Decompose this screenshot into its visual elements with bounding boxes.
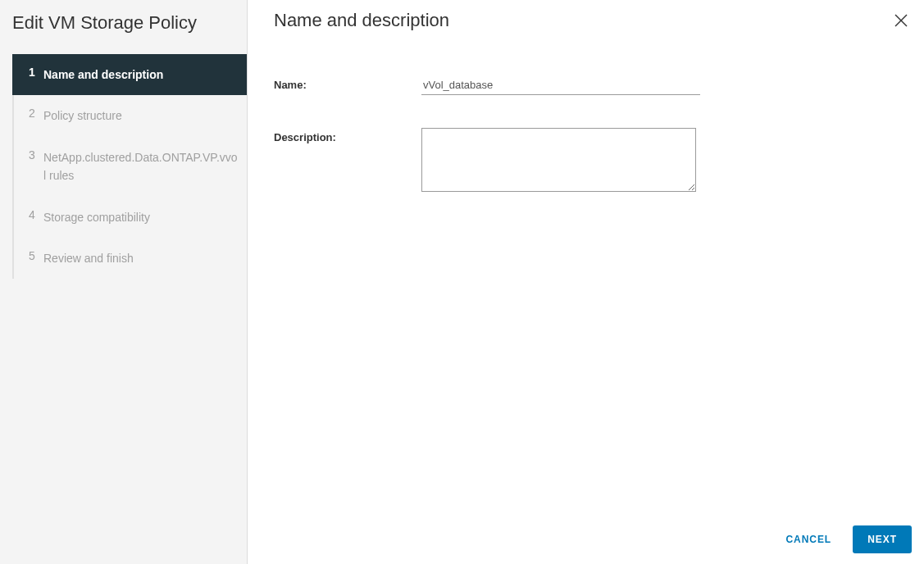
- wizard-title: Edit VM Storage Policy: [0, 12, 247, 54]
- step-name-and-description[interactable]: 1 Name and description: [12, 54, 247, 95]
- step-storage-compatibility[interactable]: 4 Storage compatibility: [14, 197, 247, 238]
- close-icon[interactable]: [890, 10, 912, 34]
- step-policy-structure[interactable]: 2 Policy structure: [14, 95, 247, 136]
- step-label: NetApp.clustered.Data.ONTAP.VP.vvol rule…: [43, 148, 239, 185]
- step-number: 3: [29, 148, 43, 161]
- step-list: 1 Name and description 2 Policy structur…: [12, 54, 247, 279]
- step-label: Review and finish: [43, 249, 239, 267]
- step-number: 1: [29, 66, 43, 79]
- wizard-footer: CANCEL NEXT: [248, 515, 924, 564]
- close-icon-svg: [894, 13, 908, 28]
- wizard-sidebar: Edit VM Storage Policy 1 Name and descri…: [0, 0, 248, 564]
- name-input[interactable]: [421, 75, 700, 95]
- step-number: 4: [29, 208, 43, 221]
- next-button[interactable]: NEXT: [853, 525, 912, 553]
- wizard-main-panel: Name and description Name: Description: …: [248, 0, 924, 564]
- step-netapp-rules[interactable]: 3 NetApp.clustered.Data.ONTAP.VP.vvol ru…: [14, 137, 247, 197]
- name-label: Name:: [274, 75, 421, 91]
- panel-header: Name and description: [248, 0, 924, 51]
- description-textarea[interactable]: [421, 128, 696, 192]
- description-label: Description:: [274, 128, 421, 143]
- step-review-and-finish[interactable]: 5 Review and finish: [14, 238, 247, 279]
- step-label: Policy structure: [43, 107, 239, 125]
- cancel-button[interactable]: CANCEL: [781, 527, 836, 552]
- step-label: Name and description: [43, 66, 239, 84]
- step-number: 5: [29, 249, 43, 262]
- step-label: Storage compatibility: [43, 208, 239, 226]
- form-area: Name: Description:: [248, 51, 924, 225]
- name-row: Name:: [274, 75, 898, 95]
- panel-title: Name and description: [274, 10, 449, 31]
- step-number: 2: [29, 107, 43, 120]
- description-row: Description:: [274, 128, 898, 192]
